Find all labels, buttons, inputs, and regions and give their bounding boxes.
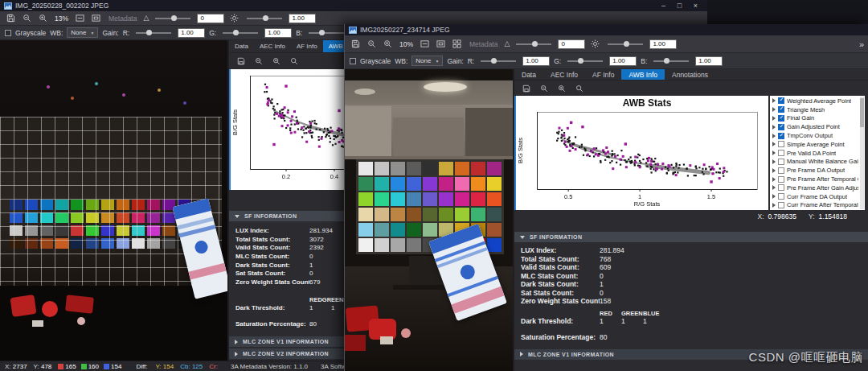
zoom-out-button[interactable] (366, 38, 378, 50)
legend-item[interactable]: Simple Average Point (772, 140, 858, 149)
image-viewport[interactable] (0, 40, 227, 361)
legend-checkbox[interactable] (778, 176, 784, 183)
gain-b-slider[interactable] (309, 32, 344, 34)
sf-information-header[interactable]: SF INFORMATION (514, 232, 868, 242)
brightness-value-input[interactable]: 1.00 (649, 39, 677, 49)
delta-slider[interactable] (516, 43, 551, 45)
close-button[interactable]: × (688, 1, 703, 10)
legend-item[interactable]: Final Gain (772, 114, 858, 123)
image-viewport[interactable] (345, 69, 513, 371)
legend-checkbox[interactable] (778, 115, 784, 122)
titlebar[interactable]: IMG_20250228_002202 JPEG – □ × (0, 0, 707, 11)
fit-window-icon[interactable] (90, 12, 102, 24)
panel-tab[interactable]: AWB Info (621, 69, 665, 80)
titlebar[interactable]: IMG20250227_234714 JPEG (345, 24, 868, 35)
legend-checkbox[interactable] (778, 124, 784, 130)
zoom-out-button[interactable] (21, 12, 33, 24)
save-chart-button[interactable] (235, 56, 247, 68)
chart-zoom-out-button[interactable] (538, 82, 550, 94)
maximize-button[interactable]: □ (672, 1, 687, 10)
legend-item[interactable]: Pre Frame After Gain Adjust (772, 183, 858, 192)
zoom-level[interactable]: 13% (53, 14, 70, 23)
fit-window-icon[interactable] (435, 38, 447, 50)
awb-stats-chart[interactable] (231, 69, 344, 190)
checker-patch (391, 192, 405, 206)
legend-checkbox[interactable] (778, 150, 784, 156)
chart-zoom-out-button[interactable] (252, 56, 264, 68)
awb-stats-chart[interactable] (516, 96, 765, 210)
legend-item[interactable]: TmpConv Output (772, 131, 858, 140)
panel-tab[interactable]: AF Info (585, 69, 621, 80)
grayscale-checkbox[interactable] (5, 30, 11, 36)
gain-r-input[interactable]: 1.00 (522, 56, 550, 66)
mlc-zone-v2-header[interactable]: MLC ZONE V2 INFORMATION (229, 348, 344, 359)
legend-checkbox[interactable] (778, 159, 784, 165)
delta-value-input[interactable]: 0 (197, 14, 224, 23)
legend-item[interactable]: Pre Frame DA Output (772, 166, 858, 175)
brightness-slider[interactable] (247, 18, 282, 19)
panel-tab[interactable]: Annotations (665, 69, 715, 80)
mlc-zone-v1-header[interactable]: MLC ZONE V1 INFORMATION (229, 336, 344, 347)
gain-g-slider[interactable] (223, 32, 258, 34)
save-chart-button[interactable] (520, 82, 532, 94)
legend-item[interactable]: Curr Frame DA Output (772, 192, 858, 201)
legend-checkbox[interactable] (778, 193, 784, 200)
grayscale-checkbox[interactable] (350, 58, 356, 64)
zoom-level[interactable]: 10% (398, 40, 415, 48)
chart-pan-button[interactable] (573, 82, 585, 94)
delta-value-input[interactable]: 0 (558, 39, 585, 49)
gain-g-input[interactable]: 1.00 (264, 28, 292, 38)
panel-tab[interactable]: Data (514, 69, 543, 80)
legend-item[interactable]: Pre Frame After Temporal C (772, 175, 858, 183)
collapse-panel-button[interactable]: » (859, 39, 863, 49)
legend-checkbox[interactable] (778, 202, 784, 208)
metadata-button[interactable]: Metadata (469, 40, 497, 48)
checker-patch (407, 208, 421, 221)
panel-tab[interactable]: Data (229, 40, 254, 52)
legend-item[interactable]: Pre Valid DA Point (772, 149, 858, 158)
gain-r-slider[interactable] (136, 32, 171, 34)
legend-item[interactable]: Curr Frame After Temporal C (772, 201, 858, 210)
legend-item[interactable]: Manual White Balance Gain (772, 158, 858, 167)
chart-pan-button[interactable] (288, 56, 300, 68)
brightness-slider[interactable] (608, 43, 643, 45)
legend-checkbox[interactable] (778, 97, 784, 104)
legend-checkbox[interactable] (778, 167, 784, 174)
brightness-value-input[interactable]: 1.00 (289, 14, 316, 23)
panel-tab[interactable]: AEC Info (254, 40, 291, 52)
legend-checkbox[interactable] (778, 141, 784, 147)
minimize-button[interactable]: – (656, 1, 671, 10)
panel-tab[interactable]: AEC Info (543, 69, 585, 80)
metadata-button[interactable]: Metadata (108, 14, 137, 23)
wb-dropdown[interactable]: None (67, 27, 98, 38)
chart-zoom-in-button[interactable] (555, 82, 567, 94)
legend-item[interactable]: Weighted Average Point (772, 97, 858, 105)
gain-r-slider[interactable] (481, 60, 516, 62)
grid-view-icon[interactable] (451, 38, 463, 50)
legend-item[interactable]: Triangle Mesh (772, 105, 858, 114)
legend-scrollbar[interactable] (860, 97, 864, 209)
legend-checkbox[interactable] (778, 106, 784, 113)
legend-item[interactable]: Gain Adjusted Point (772, 122, 858, 131)
gain-b-input[interactable]: 1.00 (695, 56, 723, 66)
zoom-in-button[interactable] (37, 12, 49, 24)
gain-b-slider[interactable] (653, 60, 689, 62)
gain-g-slider[interactable] (567, 60, 603, 62)
delta-slider[interactable] (155, 18, 190, 19)
fit-width-icon[interactable] (419, 38, 431, 50)
legend-checkbox[interactable] (778, 133, 784, 139)
gain-r-input[interactable]: 1.00 (178, 28, 205, 38)
panel-tab[interactable]: AWB Info (323, 40, 344, 52)
fit-width-icon[interactable] (74, 12, 86, 24)
wb-dropdown[interactable]: None (411, 56, 443, 66)
sf-information-header[interactable]: SF INFORMATION (229, 211, 344, 221)
zoom-in-button[interactable] (382, 38, 394, 50)
gain-g-input[interactable]: 1.00 (609, 56, 637, 66)
chart-zoom-in-button[interactable] (270, 56, 282, 68)
save-button[interactable] (350, 38, 362, 50)
legend-checkbox[interactable] (778, 184, 784, 191)
panel-tab[interactable]: AF Info (291, 40, 323, 52)
scrollbar-thumb[interactable] (860, 98, 864, 127)
save-button[interactable] (5, 12, 17, 24)
expander-icon (772, 107, 776, 112)
